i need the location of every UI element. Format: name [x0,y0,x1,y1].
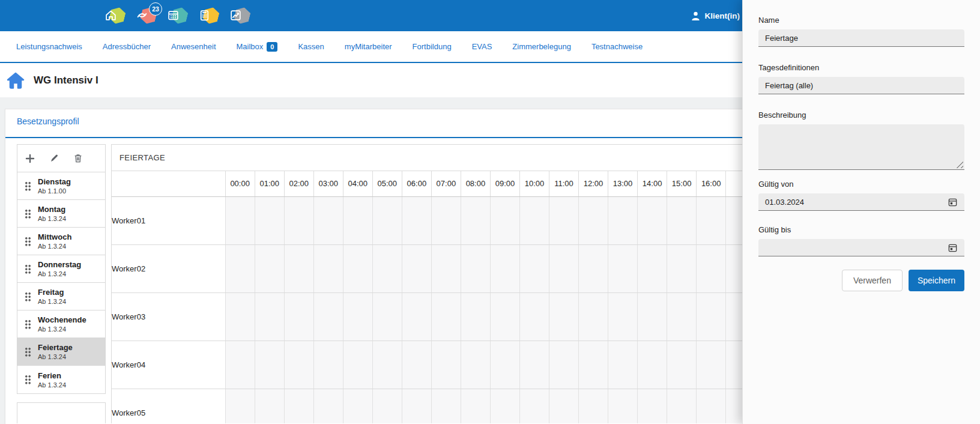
schedule-slot[interactable] [667,389,697,423]
schedule-slot[interactable] [431,341,461,389]
schedule-slot[interactable] [313,292,343,341]
schedule-slot[interactable] [225,389,255,423]
drag-handle-icon[interactable] [25,292,31,301]
schedule-slot[interactable] [697,292,726,341]
schedule-slot[interactable] [431,389,461,423]
drag-handle-icon[interactable] [25,375,31,384]
gueltig-von-calendar-icon[interactable] [948,197,958,207]
schedule-slot[interactable] [519,389,549,423]
edit-profile-button[interactable] [49,153,59,163]
schedule-slot[interactable] [313,196,343,244]
drag-handle-icon[interactable] [25,181,31,191]
nav-item-anwesenheit[interactable]: Anwesenheit [171,42,216,51]
schedule-slot[interactable] [549,196,579,244]
schedule-slot[interactable] [490,389,519,423]
schedule-slot[interactable] [284,244,313,292]
nav-item-mailbox[interactable]: Mailbox0 [237,42,278,52]
gueltig-bis-input[interactable] [758,239,964,256]
schedule-slot[interactable] [608,292,638,341]
schedule-slot[interactable] [284,292,313,341]
drag-handle-icon[interactable] [25,320,31,329]
schedule-slot[interactable] [667,196,697,244]
schedule-slot[interactable] [343,389,372,423]
schedule-slot[interactable] [402,341,431,389]
schedule-slot[interactable] [579,244,608,292]
nav-item-evas[interactable]: EVAS [472,42,492,51]
schedule-slot[interactable] [225,341,255,389]
schedule-slot[interactable] [667,244,697,292]
schedule-slot[interactable] [638,389,667,423]
schedule-slot[interactable] [490,341,519,389]
schedule-slot[interactable] [313,244,343,292]
schedule-slot[interactable] [372,292,402,341]
schedule-slot[interactable] [490,196,519,244]
schedule-slot[interactable] [225,292,255,341]
schedule-slot[interactable] [431,292,461,341]
schedule-slot[interactable] [343,292,372,341]
resize-grip-icon[interactable] [955,160,963,168]
schedule-slot[interactable] [225,244,255,292]
gueltig-bis-calendar-icon[interactable] [948,243,958,253]
schedule-slot[interactable] [255,389,284,423]
schedule-slot[interactable] [402,196,431,244]
schedule-slot[interactable] [402,389,431,423]
schedule-slot[interactable] [579,196,608,244]
profile-item-freitag[interactable]: FreitagAb 1.3.24 [17,283,105,310]
schedule-slot[interactable] [402,292,431,341]
schedule-slot[interactable] [431,244,461,292]
schedule-slot[interactable] [490,244,519,292]
schedule-slot[interactable] [461,244,490,292]
profile-item-feiertage[interactable]: FeiertageAb 1.3.24 [17,338,105,366]
schedule-slot[interactable] [638,244,667,292]
care-hands-icon[interactable]: 23 [135,4,157,28]
profile-item-dienstag[interactable]: DienstagAb 1.1.00 [17,172,105,200]
schedule-slot[interactable] [579,389,608,423]
add-profile-button[interactable] [25,153,35,164]
schedule-slot[interactable] [519,292,549,341]
nav-item-adressb-cher[interactable]: Adressbücher [103,42,151,51]
delete-profile-button[interactable] [73,153,83,163]
schedule-slot[interactable] [697,389,726,423]
drag-handle-icon[interactable] [25,237,31,246]
drag-handle-icon[interactable] [25,347,31,357]
schedule-slot[interactable] [667,292,697,341]
chart-icon[interactable] [228,4,250,28]
schedule-slot[interactable] [284,196,313,244]
schedule-slot[interactable] [313,341,343,389]
calendar-icon[interactable] [166,4,188,28]
schedule-slot[interactable] [225,196,255,244]
schedule-slot[interactable] [255,244,284,292]
schedule-slot[interactable] [667,341,697,389]
tab-besetzungsprofil[interactable]: Besetzungsprofil [17,117,79,126]
schedule-slot[interactable] [549,244,579,292]
schedule-slot[interactable] [549,341,579,389]
schedule-slot[interactable] [519,244,549,292]
schedule-slot[interactable] [461,292,490,341]
schedule-slot[interactable] [372,196,402,244]
schedule-slot[interactable] [255,196,284,244]
nav-item-leistungsnachweis[interactable]: Leistungsnachweis [16,42,82,51]
schedule-slot[interactable] [402,244,431,292]
drag-handle-icon[interactable] [25,209,31,219]
schedule-slot[interactable] [697,196,726,244]
schedule-slot[interactable] [549,292,579,341]
schedule-slot[interactable] [579,341,608,389]
schedule-slot[interactable] [549,389,579,423]
user-menu[interactable]: Klient(in) [691,0,740,31]
profile-item-mittwoch[interactable]: MittwochAb 1.3.24 [17,228,105,255]
schedule-slot[interactable] [313,389,343,423]
profile-item-donnerstag[interactable]: DonnerstagAb 1.3.24 [17,255,105,283]
schedule-slot[interactable] [255,341,284,389]
schedule-slot[interactable] [579,292,608,341]
schedule-slot[interactable] [608,389,638,423]
schedule-slot[interactable] [519,196,549,244]
drag-handle-icon[interactable] [25,264,31,274]
schedule-slot[interactable] [608,341,638,389]
schedule-slot[interactable] [343,341,372,389]
schedule-slot[interactable] [372,341,402,389]
nav-item-zimmerbelegung[interactable]: Zimmerbelegung [512,42,571,51]
nav-item-kassen[interactable]: Kassen [298,42,324,51]
home-icon[interactable] [103,4,126,28]
schedule-slot[interactable] [343,196,372,244]
verwerfen-button[interactable]: Verwerfen [842,270,903,291]
